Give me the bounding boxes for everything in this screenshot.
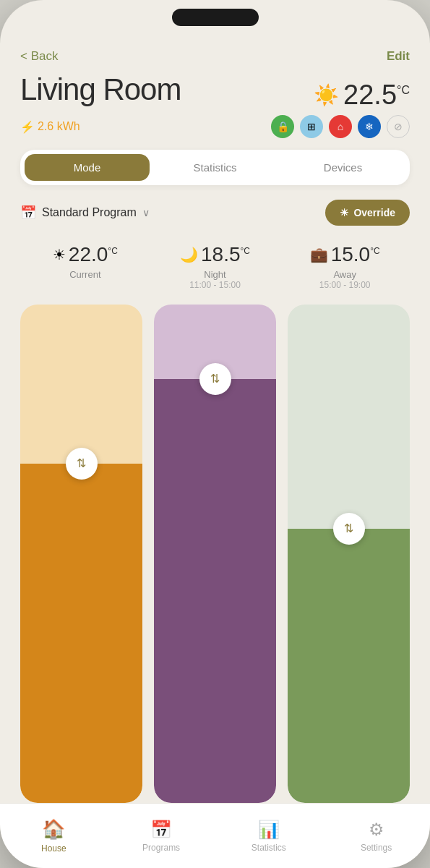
slider-away[interactable]: ⇅ <box>288 305 410 803</box>
main-temperature: 22.5°C <box>343 80 410 111</box>
slider-night[interactable]: ⇅ <box>154 305 276 803</box>
energy-row: ⚡ 2.6 kWh 🔒 ⊞ ⌂ ❄ <box>20 115 410 138</box>
moon-icon: 🌙 <box>180 246 198 263</box>
slider-handle-away[interactable]: ⇅ <box>333 513 365 545</box>
away-time: 15:00 - 19:00 <box>319 280 371 290</box>
house-nav-label: House <box>41 843 66 854</box>
phone-notch <box>172 9 259 26</box>
slider-fill-away <box>288 529 410 803</box>
tab-statistics[interactable]: Statistics <box>152 154 278 181</box>
device-icons: 🔒 ⊞ ⌂ ❄ ⊘ <box>271 115 410 138</box>
lightning-icon: ⚡ <box>20 120 35 134</box>
energy-value: 2.6 kWh <box>38 120 80 133</box>
nav-item-programs[interactable]: 📅 Programs <box>136 820 186 853</box>
night-temp-value: 18.5°C <box>201 243 250 266</box>
temp-current: ☀ 22.0°C Current <box>20 243 150 290</box>
slider-handle-current[interactable]: ⇅ <box>66 448 98 480</box>
sun-icon: ☀️ <box>314 83 339 107</box>
current-temp-value: 22.0°C <box>69 243 118 266</box>
override-label: Override <box>353 207 395 218</box>
override-button[interactable]: ☀ Override <box>325 200 410 226</box>
settings-nav-icon: ⚙ <box>369 820 384 840</box>
current-label: Current <box>69 269 100 280</box>
nav-item-settings[interactable]: ⚙ Settings <box>351 820 402 853</box>
slider-fill-night <box>154 379 276 803</box>
energy-info: ⚡ 2.6 kWh <box>20 120 80 134</box>
room-title: Living Room <box>20 72 181 107</box>
temp-night: 🌙 18.5°C Night 11:00 - 15:00 <box>150 243 280 290</box>
statistics-nav-label: Statistics <box>251 843 286 853</box>
temps-row: ☀ 22.0°C Current 🌙 18.5°C Night 11:00 - … <box>20 243 410 290</box>
calendar-icon: 📅 <box>20 205 36 221</box>
tab-devices[interactable]: Devices <box>280 154 405 181</box>
night-time: 11:00 - 15:00 <box>189 280 241 290</box>
edit-button[interactable]: Edit <box>387 49 410 64</box>
program-label: Standard Program <box>42 206 137 219</box>
room-header: Living Room ☀️ 22.5°C <box>20 72 410 111</box>
programs-nav-icon: 📅 <box>150 820 172 840</box>
nav-item-house[interactable]: 🏠 House <box>28 818 79 854</box>
tabs-card: Mode Statistics Devices <box>20 150 410 185</box>
arrows-icon-night: ⇅ <box>210 373 220 385</box>
temp-away: 💼 15.0°C Away 15:00 - 19:00 <box>280 243 410 290</box>
slider-current[interactable]: ⇅ <box>20 305 142 803</box>
sliders-area: ⇅ ⇅ ⇅ <box>20 305 410 803</box>
chevron-down-icon: ∨ <box>142 207 150 218</box>
night-label: Night <box>204 269 225 280</box>
arrows-icon-away: ⇅ <box>344 523 353 535</box>
link-device-icon[interactable]: ⊘ <box>387 115 410 138</box>
main-content: < Back Edit Living Room ☀️ 22.5°C ⚡ 2.6 … <box>0 43 430 803</box>
statistics-nav-icon: 📊 <box>258 820 280 840</box>
tab-mode[interactable]: Mode <box>25 154 150 181</box>
program-selector[interactable]: 📅 Standard Program ∨ <box>20 205 150 221</box>
temp-val-row-away: 💼 15.0°C <box>310 243 380 266</box>
heat-device-icon[interactable]: ⌂ <box>329 115 352 138</box>
briefcase-icon: 💼 <box>310 246 328 263</box>
program-row: 📅 Standard Program ∨ ☀ Override <box>20 200 410 226</box>
temp-val-row-night: 🌙 18.5°C <box>180 243 250 266</box>
away-temp-value: 15.0°C <box>331 243 380 266</box>
main-temp-display: ☀️ 22.5°C <box>314 80 410 111</box>
settings-nav-label: Settings <box>361 843 392 853</box>
bottom-nav: 🏠 House 📅 Programs 📊 Statistics ⚙ Settin… <box>0 803 430 868</box>
sun-temp-icon: ☀ <box>53 246 66 263</box>
top-nav: < Back Edit <box>20 43 410 72</box>
eco-device-icon[interactable]: 🔒 <box>271 115 294 138</box>
temp-unit: °C <box>397 84 410 96</box>
away-label: Away <box>333 269 356 280</box>
slider-handle-night[interactable]: ⇅ <box>199 363 231 395</box>
phone-shell: < Back Edit Living Room ☀️ 22.5°C ⚡ 2.6 … <box>0 0 430 868</box>
override-icon: ☀ <box>340 207 349 218</box>
programs-nav-label: Programs <box>142 843 180 853</box>
slider-fill-current <box>20 464 142 803</box>
back-button[interactable]: < Back <box>20 49 58 64</box>
nav-item-statistics[interactable]: 📊 Statistics <box>244 820 294 853</box>
screen: < Back Edit Living Room ☀️ 22.5°C ⚡ 2.6 … <box>0 0 430 868</box>
temp-val-row-current: ☀ 22.0°C <box>53 243 118 266</box>
arrows-icon-current: ⇅ <box>77 458 86 469</box>
snow-device-icon[interactable]: ❄ <box>358 115 381 138</box>
house-nav-icon: 🏠 <box>42 818 65 841</box>
meter-device-icon[interactable]: ⊞ <box>300 115 323 138</box>
